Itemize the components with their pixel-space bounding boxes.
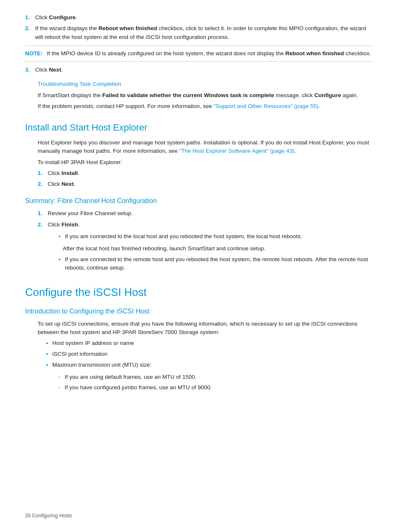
- configure-iscsi-section: Configure the iSCSI Host Introduction to…: [25, 284, 374, 392]
- note-text: If the MPIO device ID is already configu…: [47, 49, 371, 58]
- intro-step-1: 1. Click Configure.: [25, 13, 374, 22]
- fibre-bullet-2: If you are connected to the remote host …: [50, 255, 374, 272]
- footer-text: 26 Configuring Hosts: [25, 513, 72, 519]
- configure-iscsi-body: To set up iSCSI connections, ensure that…: [38, 320, 374, 337]
- step-3: 3. Click Next.: [25, 66, 374, 74]
- install-host-explorer-body: Host Explorer helps you discover and man…: [38, 139, 374, 156]
- iscsi-sub-bullet-1: If you are using default frames, use an …: [59, 373, 374, 381]
- fibre-bullets-2: If you are connected to the remote host …: [50, 255, 374, 272]
- install-step-1: 1. Click Install.: [38, 169, 374, 177]
- troubleshooting-section: Troubleshooting Task Completion If Smart…: [38, 80, 374, 111]
- troubleshooting-heading: Troubleshooting Task Completion: [38, 80, 374, 88]
- summary-fibre-section: Summary: Fibre Channel Host Configuratio…: [25, 196, 374, 272]
- summary-fibre-heading: Summary: Fibre Channel Host Configuratio…: [25, 196, 374, 206]
- fibre-bullets: If you are connected to the local host a…: [50, 232, 374, 241]
- troubleshooting-para1: If SmartStart displays the Failed to val…: [38, 91, 374, 100]
- install-step-2: 2. Click Next.: [38, 180, 374, 188]
- troubleshooting-para2: If the problem persists, contact HP supp…: [38, 102, 374, 111]
- intro-step-2: 2. If the wizard displays the Reboot whe…: [25, 24, 374, 41]
- to-install-text: To install HP 3PAR Host Explorer:: [38, 158, 374, 167]
- intro-steps-list: 1. Click Configure. 2. If the wizard dis…: [25, 13, 374, 41]
- step3-list: 3. Click Next.: [25, 66, 374, 74]
- page: 1. Click Configure. 2. If the wizard dis…: [0, 0, 399, 532]
- iscsi-sub-bullet-2: If you have configured jumbo frames, use…: [59, 383, 374, 392]
- note-box: NOTE: If the MPIO device ID is already c…: [25, 46, 374, 62]
- summary-fibre-steps: 1. Review your Fibre Channel setup. 2. C…: [38, 209, 374, 229]
- iscsi-bullet-2: iSCSI port information: [38, 350, 374, 359]
- iscsi-bullet-1: Host system IP address or name: [38, 339, 374, 348]
- host-explorer-link[interactable]: "The Host Explorer Software Agent" (page…: [179, 148, 294, 154]
- fibre-step-1: 1. Review your Fibre Channel setup.: [38, 209, 374, 218]
- iscsi-bullets: Host system IP address or name iSCSI por…: [38, 339, 374, 370]
- configure-iscsi-subheading: Introduction to Configuring the iSCSI Ho…: [25, 306, 374, 316]
- note-label: NOTE:: [25, 49, 43, 58]
- configure-iscsi-heading: Configure the iSCSI Host: [25, 284, 374, 301]
- install-steps-list: 1. Click Install. 2. Click Next.: [38, 169, 374, 189]
- support-resources-link[interactable]: "Support and Other Resources" (page 55): [214, 103, 318, 109]
- page-footer: 26 Configuring Hosts: [25, 512, 72, 519]
- install-host-explorer-heading: Install and Start Host Explorer: [25, 121, 374, 134]
- fibre-step-2: 2. Click Finish.: [38, 221, 374, 229]
- iscsi-sub-bullets: If you are using default frames, use an …: [59, 373, 374, 392]
- fibre-bullet-1: If you are connected to the local host a…: [50, 232, 374, 241]
- fibre-bullet-1-continuation: After the local host has finished reboot…: [63, 244, 374, 253]
- install-host-explorer-section: Install and Start Host Explorer Host Exp…: [25, 121, 374, 188]
- iscsi-bullet-3: Maximum transmission unit (MTU) size:: [38, 361, 374, 370]
